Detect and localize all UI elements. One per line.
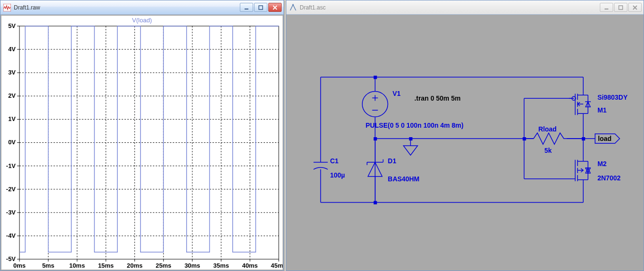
plot-content[interactable]: V(load) 0ms5ms10ms15ms20ms25ms30ms35ms40… <box>0 15 284 271</box>
rload-name[interactable]: Rload <box>538 125 557 133</box>
waveform-window: Draft1.raw V(load) 0ms5ms10ms15ms20ms25m… <box>0 0 284 271</box>
m1-name[interactable]: M1 <box>597 106 607 114</box>
component-resistor-rload[interactable] <box>524 133 584 144</box>
minimize-button[interactable] <box>240 3 253 12</box>
svg-text:4V: 4V <box>8 46 16 53</box>
v1-name[interactable]: V1 <box>393 90 401 97</box>
svg-text:-4V: -4V <box>6 232 16 239</box>
svg-text:-2V: -2V <box>6 186 16 193</box>
m1-value[interactable]: Si9803DY <box>597 93 628 101</box>
maximize-button[interactable] <box>254 3 267 12</box>
close-button[interactable] <box>268 3 282 12</box>
component-nmos-m2[interactable] <box>574 160 591 181</box>
plot-svg[interactable]: 0ms5ms10ms15ms20ms25ms30ms35ms40ms45ms-5… <box>1 16 283 270</box>
rload-value[interactable]: 5k <box>544 147 552 154</box>
svg-point-63 <box>293 4 294 5</box>
svg-text:45ms: 45ms <box>271 262 283 269</box>
window-buttons <box>240 3 282 12</box>
titlebar[interactable]: Draft1.raw <box>0 0 284 15</box>
svg-text:-1V: -1V <box>6 162 16 169</box>
v1-value[interactable]: PULSE(0 5 0 100n 100n 4m 8m) <box>366 121 464 129</box>
c1-name[interactable]: C1 <box>330 157 339 165</box>
app-wave-icon <box>3 4 11 11</box>
window-title: Draft1.raw <box>14 4 240 11</box>
svg-text:10ms: 10ms <box>69 262 85 269</box>
titlebar[interactable]: Draft1.asc <box>286 0 644 15</box>
svg-text:5ms: 5ms <box>42 262 55 269</box>
junction-node <box>409 137 412 140</box>
svg-text:35ms: 35ms <box>213 262 229 269</box>
junction-node <box>374 76 377 79</box>
plot-area[interactable]: V(load) 0ms5ms10ms15ms20ms25ms30ms35ms40… <box>1 16 283 270</box>
schematic-content[interactable]: C1 100µ V1 PULSE(0 5 0 100n 100n 4m 8m) <box>286 15 644 271</box>
app-schem-icon <box>289 4 297 11</box>
component-capacitor-c1[interactable] <box>313 162 328 169</box>
component-vsource-v1[interactable] <box>362 91 388 117</box>
window-buttons <box>600 3 642 12</box>
svg-text:load: load <box>598 135 612 142</box>
svg-text:40ms: 40ms <box>242 262 258 269</box>
svg-rect-65 <box>619 6 623 9</box>
svg-text:2V: 2V <box>8 92 16 99</box>
svg-text:-3V: -3V <box>6 209 16 216</box>
spice-directive[interactable]: .tran 0 50m 5m <box>414 94 461 102</box>
svg-text:5V: 5V <box>8 22 16 29</box>
c1-value[interactable]: 100µ <box>330 171 345 179</box>
svg-text:1V: 1V <box>8 115 16 122</box>
close-button[interactable] <box>628 3 642 12</box>
svg-text:15ms: 15ms <box>98 262 114 269</box>
d1-name[interactable]: D1 <box>388 157 397 165</box>
schematic-window: Draft1.asc <box>286 0 644 271</box>
svg-text:30ms: 30ms <box>184 262 200 269</box>
net-label-load[interactable]: load <box>595 134 620 143</box>
ground-icon[interactable] <box>403 146 417 155</box>
svg-text:-5V: -5V <box>6 255 16 262</box>
svg-text:0ms: 0ms <box>13 262 26 269</box>
svg-text:3V: 3V <box>8 69 16 76</box>
svg-text:20ms: 20ms <box>127 262 142 269</box>
m2-name[interactable]: M2 <box>597 160 607 168</box>
svg-text:0V: 0V <box>8 139 16 146</box>
window-title: Draft1.asc <box>300 4 600 11</box>
minimize-button[interactable] <box>600 3 613 12</box>
d1-value[interactable]: BAS40HM <box>388 175 420 183</box>
component-pmos-m1[interactable] <box>569 93 591 115</box>
m2-value[interactable]: 2N7002 <box>597 174 621 182</box>
svg-text:25ms: 25ms <box>156 262 171 269</box>
schematic-canvas[interactable]: C1 100µ V1 PULSE(0 5 0 100n 100n 4m 8m) <box>287 16 643 270</box>
svg-rect-3 <box>19 26 279 259</box>
svg-rect-2 <box>259 6 263 9</box>
maximize-button[interactable] <box>614 3 627 12</box>
